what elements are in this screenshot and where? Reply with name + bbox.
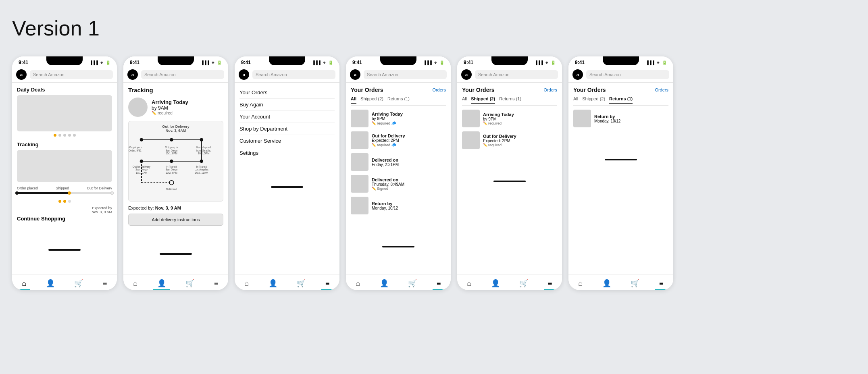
menu-your-orders[interactable]: Your Orders bbox=[239, 87, 335, 99]
svg-point-2 bbox=[140, 138, 144, 142]
nav-cart-3[interactable]: 🛒 bbox=[293, 278, 310, 289]
svg-text:10/2, 11AM: 10/2, 11AM bbox=[195, 171, 208, 174]
order-status-6-1: Return by bbox=[594, 114, 620, 119]
nav-menu-3[interactable]: ≡ bbox=[321, 278, 334, 289]
nav-cart-4[interactable]: 🛒 bbox=[404, 278, 421, 289]
nav-cart-6[interactable]: 🛒 bbox=[627, 278, 643, 289]
order-item-6-1[interactable]: Return by Monday, 10/12 bbox=[573, 110, 668, 127]
home-indicator-4 bbox=[346, 243, 451, 251]
nav-account-2[interactable]: 👤 bbox=[153, 278, 170, 289]
home-icon-3: ⌂ bbox=[244, 279, 249, 288]
pencil-5-1: ✏️ bbox=[483, 121, 487, 125]
signal-icons-4: ▌▌▌ ᯤ 🔋 bbox=[425, 60, 444, 65]
nav-menu-6[interactable]: ≡ bbox=[655, 278, 668, 289]
nav-account-6[interactable]: 👤 bbox=[598, 278, 615, 289]
order-item-4-2[interactable]: Out for Delivery Expected: 2PM ✏️ requir… bbox=[351, 131, 446, 149]
search-input-4[interactable]: Search Amazon bbox=[364, 70, 447, 79]
nav-cart-1[interactable]: 🛒 bbox=[70, 278, 87, 289]
nav-menu-4[interactable]: ≡ bbox=[433, 278, 445, 289]
orders-link-6[interactable]: Orders bbox=[655, 87, 668, 92]
search-bar-2: a Search Amazon bbox=[123, 67, 228, 83]
nav-home-6[interactable]: ⌂ bbox=[574, 278, 587, 289]
menu-shop-department[interactable]: Shop by Department bbox=[239, 123, 335, 135]
nav-account-4[interactable]: 👤 bbox=[376, 278, 393, 289]
menu-settings[interactable]: Settings bbox=[239, 147, 335, 159]
order-item-4-1[interactable]: Arriving Today by 9PM ✏️ required 🧢 bbox=[351, 110, 446, 127]
expected-by-label: Expected byNov. 3, 9 AM bbox=[92, 206, 112, 214]
tab-shipped-6[interactable]: Shipped (2) bbox=[582, 96, 605, 104]
order-thumb-5-1 bbox=[462, 110, 480, 127]
orders-header-6: Your Orders Orders bbox=[573, 87, 668, 93]
account-icon-6: 👤 bbox=[602, 279, 611, 288]
hat-4-1: 🧢 bbox=[391, 121, 396, 125]
arriving-title: Arriving Today bbox=[152, 99, 188, 105]
tab-shipped-4[interactable]: Shipped (2) bbox=[360, 96, 383, 104]
time-3: 9:41 bbox=[241, 60, 251, 65]
order-item-4-4[interactable]: Delivered on Thursday, 8:49AM ✏️ Signed bbox=[351, 175, 446, 193]
amazon-logo-1: a bbox=[16, 69, 27, 80]
required-label-2: ✏️ required bbox=[152, 111, 188, 115]
search-input-2[interactable]: Search Amazon bbox=[141, 70, 224, 79]
shipped-label: Shipped bbox=[56, 186, 69, 190]
order-item-4-5[interactable]: Return by Monday, 10/12 bbox=[351, 197, 446, 214]
order-item-5-2[interactable]: Out for Delivery Expected: 2PM ✏️ requir… bbox=[462, 131, 557, 149]
menu-customer-service[interactable]: Customer Service bbox=[239, 135, 335, 147]
order-item-4-3[interactable]: Delivered on Friday, 2:31PM bbox=[351, 153, 446, 171]
progress-dot-start bbox=[15, 191, 19, 195]
order-thumb-4-5 bbox=[351, 197, 368, 214]
search-input-1[interactable]: Search Amazon bbox=[30, 70, 113, 79]
search-input-6[interactable]: Search Amazon bbox=[586, 70, 669, 79]
nav-home-4[interactable]: ⌂ bbox=[352, 278, 364, 289]
cart-icon-2: 🛒 bbox=[185, 279, 194, 288]
tab-returns-5[interactable]: Returns (1) bbox=[499, 96, 521, 104]
menu-icon-1: ≡ bbox=[103, 279, 107, 288]
home-indicator-2 bbox=[123, 250, 228, 258]
nav-home-3[interactable]: ⌂ bbox=[240, 278, 253, 289]
tab-returns-6[interactable]: Returns (1) bbox=[609, 96, 633, 104]
order-status-5-1: Arriving Today bbox=[483, 112, 514, 117]
tab-all-5[interactable]: All bbox=[462, 96, 467, 104]
home-icon-4: ⌂ bbox=[356, 279, 360, 288]
menu-buy-again[interactable]: Buy Again bbox=[239, 99, 335, 111]
tab-returns-4[interactable]: Returns (1) bbox=[387, 96, 410, 104]
nav-cart-2[interactable]: 🛒 bbox=[181, 278, 198, 289]
order-status-4-5: Return by bbox=[372, 201, 398, 206]
time-6: 9:41 bbox=[575, 60, 585, 65]
screen-orders-shipped: 9:41 ▌▌▌ ᯤ 🔋 a Search Amazon Your Orders… bbox=[457, 56, 562, 290]
tab-all-4[interactable]: All bbox=[351, 96, 356, 104]
nav-cart-5[interactable]: 🛒 bbox=[515, 278, 532, 289]
nav-account-5[interactable]: 👤 bbox=[487, 278, 504, 289]
home-bar-5 bbox=[493, 181, 526, 182]
bottom-nav-5: ⌂ 👤 🛒 ≡ bbox=[457, 274, 562, 290]
arriving-subtitle: by 9AM bbox=[152, 105, 188, 111]
orders-header-4: Your Orders Orders bbox=[351, 87, 446, 93]
nav-menu-2[interactable]: ≡ bbox=[210, 278, 223, 289]
tab-all-6[interactable]: All bbox=[573, 96, 578, 104]
amazon-logo-5: a bbox=[461, 69, 472, 80]
nav-home-1[interactable]: ⌂ bbox=[18, 278, 30, 289]
order-item-5-1[interactable]: Arriving Today by 9PM ✏️ required bbox=[462, 110, 557, 127]
nav-menu-5[interactable]: ≡ bbox=[544, 278, 556, 289]
nav-home-5[interactable]: ⌂ bbox=[463, 278, 475, 289]
home-indicator-5 bbox=[457, 177, 562, 185]
search-input-3[interactable]: Search Amazon bbox=[252, 70, 335, 79]
amazon-logo-4: a bbox=[350, 69, 360, 80]
menu-icon-4: ≡ bbox=[437, 279, 441, 288]
menu-your-account[interactable]: Your Account bbox=[239, 111, 335, 123]
svg-point-3 bbox=[170, 138, 173, 142]
yd2 bbox=[63, 200, 66, 203]
add-delivery-button[interactable]: Add delivery instructions bbox=[128, 214, 223, 226]
nav-menu-1[interactable]: ≡ bbox=[99, 278, 111, 289]
active-bar-6 bbox=[655, 289, 668, 290]
orders-link-5[interactable]: Orders bbox=[543, 87, 557, 92]
nav-account-3[interactable]: 👤 bbox=[264, 278, 281, 289]
orders-link-4[interactable]: Orders bbox=[432, 87, 446, 92]
nav-home-2[interactable]: ⌂ bbox=[129, 278, 142, 289]
orders-header-5: Your Orders Orders bbox=[462, 87, 557, 93]
tab-shipped-5[interactable]: Shipped (2) bbox=[471, 96, 495, 104]
amazon-logo-6: a bbox=[572, 69, 583, 80]
nav-account-1[interactable]: 👤 bbox=[42, 278, 59, 289]
svg-point-18 bbox=[200, 160, 204, 163]
pencil-5-2: ✏️ bbox=[483, 143, 487, 147]
search-input-5[interactable]: Search Amazon bbox=[475, 70, 558, 79]
